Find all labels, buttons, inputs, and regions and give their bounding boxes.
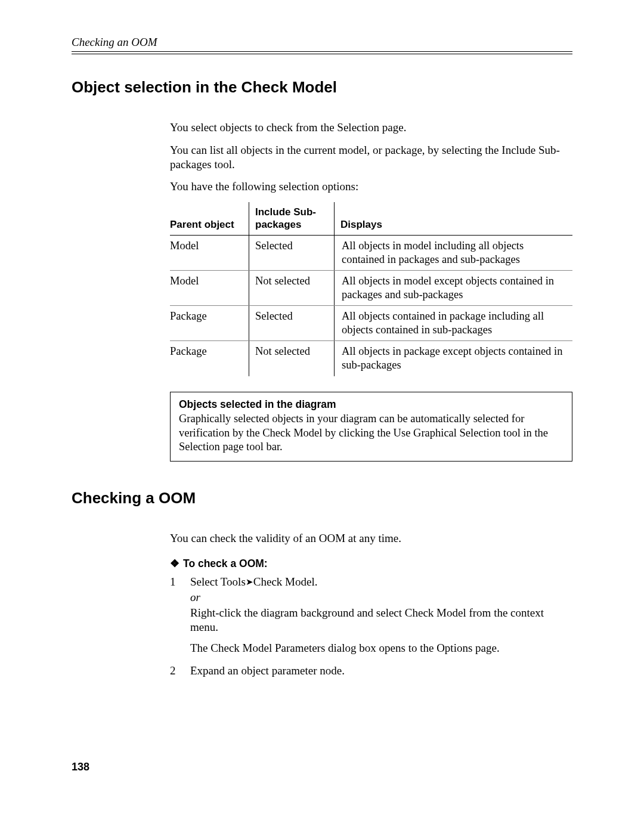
header-rule [72,51,572,54]
table-row: Model Not selected All objects in model … [170,270,572,305]
table-cell: Package [170,341,249,376]
menu-arrow-icon: ➤ [246,577,253,587]
table-cell: Package [170,306,249,341]
paragraph: You have the following selection options… [170,179,572,194]
table-header-displays: Displays [335,202,573,235]
step-1: Select Tools➤Check Model. or Right-click… [170,575,572,655]
step-2: Expand an object parameter node. [170,664,572,678]
running-head: Checking an OOM [72,36,572,51]
paragraph: You can check the validity of an OOM at … [170,531,572,546]
paragraph: You can list all objects in the current … [170,143,572,172]
section1-body: You select objects to check from the Sel… [170,120,572,462]
step-result: The Check Model Parameters dialog box op… [190,641,572,655]
table-cell: All objects contained in package includi… [335,306,573,341]
procedure-steps: Select Tools➤Check Model. or Right-click… [170,575,572,678]
table-cell: Selected [249,306,335,341]
section-heading-object-selection: Object selection in the Check Model [72,78,572,97]
table-cell: All objects in package except objects co… [335,341,573,376]
paragraph: You select objects to check from the Sel… [170,120,572,135]
step-alt: Right-click the diagram background and s… [190,606,572,634]
table-cell: Not selected [249,270,335,305]
note-body: Graphically selected objects in your dia… [179,412,564,453]
note-box: Objects selected in the diagram Graphica… [170,392,572,462]
step-text: Select Tools [190,575,246,588]
procedure-title: To check a OOM: [183,558,268,569]
page: Checking an OOM Object selection in the … [0,0,644,833]
table-cell: Model [170,235,249,270]
page-number: 138 [72,761,89,773]
table-cell: All objects in model including all objec… [335,235,573,270]
table-cell: Selected [249,235,335,270]
table-header-parent-object: Parent object [170,202,249,235]
table-row: Package Selected All objects contained i… [170,306,572,341]
selection-options-table: Parent object Include Sub-packages Displ… [170,202,572,376]
section-heading-checking-oom: Checking a OOM [72,489,572,507]
note-title: Objects selected in the diagram [179,398,564,411]
table-header-include-sub-packages: Include Sub-packages [249,202,335,235]
table-row: Package Not selected All objects in pack… [170,341,572,376]
or-text: or [190,591,200,603]
table-cell: Model [170,270,249,305]
step-text: Expand an object parameter node. [190,664,345,677]
step-text: Check Model. [253,575,318,588]
section2-body: You can check the validity of an OOM at … [170,531,572,678]
table-cell: All objects in model except objects cont… [335,270,573,305]
procedure-heading: ❖To check a OOM: [170,558,572,571]
table-row: Model Selected All objects in model incl… [170,235,572,270]
diamond-bullet-icon: ❖ [170,558,179,569]
table-cell: Not selected [249,341,335,376]
